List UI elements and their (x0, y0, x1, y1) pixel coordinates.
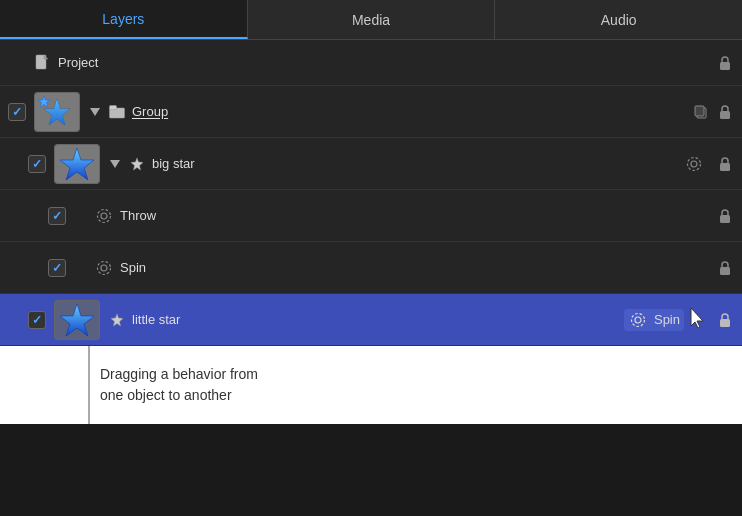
svg-marker-2 (38, 96, 50, 107)
list-item[interactable]: Throw (0, 190, 742, 242)
group-icon (108, 103, 126, 121)
tab-layers-label: Layers (102, 11, 144, 27)
spin-right-icons (716, 259, 734, 277)
spin-label: Spin (120, 260, 716, 275)
svg-point-23 (635, 317, 641, 323)
tab-layers[interactable]: Layers (0, 0, 248, 39)
dragged-spin-gear-icon (628, 310, 648, 330)
littlestar-label: little star (132, 312, 624, 327)
throw-gear-icon (94, 206, 114, 226)
group-expand[interactable] (88, 105, 102, 119)
svg-point-19 (98, 261, 111, 274)
tab-audio-label: Audio (601, 12, 637, 28)
lock-icon (716, 54, 734, 72)
svg-rect-8 (695, 106, 704, 116)
bigstar-expand[interactable] (108, 157, 122, 171)
svg-rect-6 (110, 105, 117, 109)
svg-marker-25 (691, 308, 703, 328)
svg-point-12 (691, 161, 697, 167)
spin-gear-icon (94, 258, 114, 278)
layers-panel: Project (0, 40, 742, 346)
spin-checkbox[interactable] (48, 259, 66, 277)
project-label: Project (58, 55, 716, 70)
lock-icon (716, 311, 734, 329)
bigstar-label: big star (152, 156, 684, 171)
caption-line1: Dragging a behavior from (100, 366, 258, 382)
caption-line2: one object to another (100, 387, 232, 403)
tab-bar: Layers Media Audio (0, 0, 742, 40)
group-right-icons (692, 103, 734, 121)
tab-media-label: Media (352, 12, 390, 28)
bigstar-thumbnail (54, 144, 100, 184)
svg-marker-21 (60, 304, 94, 336)
lock-icon (716, 207, 734, 225)
svg-marker-22 (111, 314, 123, 326)
svg-point-18 (101, 265, 107, 271)
cursor-icon (688, 306, 708, 334)
svg-rect-1 (720, 62, 730, 70)
bigstar-checkbox[interactable] (28, 155, 46, 173)
list-item[interactable]: big star (0, 138, 742, 190)
lock-icon (716, 259, 734, 277)
throw-checkbox[interactable] (48, 207, 66, 225)
list-item[interactable]: little star Spin (0, 294, 742, 346)
svg-point-24 (631, 313, 644, 326)
svg-rect-9 (720, 111, 730, 119)
littlestar-checkbox[interactable] (28, 311, 46, 329)
svg-rect-20 (720, 267, 730, 275)
svg-point-16 (98, 209, 111, 222)
svg-point-15 (101, 213, 107, 219)
behavior-gear-icon (684, 154, 704, 174)
caption-text: Dragging a behavior from one object to a… (100, 364, 712, 406)
list-item[interactable]: Spin (0, 242, 742, 294)
lock-icon (716, 103, 734, 121)
svg-rect-17 (720, 215, 730, 223)
bigstar-right-icons (684, 154, 734, 174)
lock-icon (716, 155, 734, 173)
tab-media[interactable]: Media (248, 0, 496, 39)
list-item[interactable]: Project (0, 40, 742, 86)
layer-icon (128, 155, 146, 173)
group-checkbox[interactable] (8, 103, 26, 121)
project-right-icons (716, 54, 734, 72)
throw-right-icons (716, 207, 734, 225)
document-icon (34, 54, 52, 72)
list-item[interactable]: Group (0, 86, 742, 138)
caption-vertical-line (88, 346, 90, 424)
dragged-spin-label: Spin (654, 312, 680, 327)
littlestar-right-icons (716, 311, 734, 329)
group-thumbnail (34, 92, 80, 132)
duplicate-icon (692, 103, 710, 121)
svg-point-13 (688, 157, 701, 170)
svg-rect-26 (720, 319, 730, 327)
caption-container: Dragging a behavior from one object to a… (0, 346, 742, 424)
dragged-behavior: Spin (624, 309, 684, 331)
svg-marker-10 (60, 148, 94, 180)
throw-label: Throw (120, 208, 716, 223)
littlestar-layer-icon (108, 311, 126, 329)
group-label: Group (132, 104, 692, 119)
littlestar-thumbnail (54, 300, 100, 340)
tab-audio[interactable]: Audio (495, 0, 742, 39)
svg-rect-14 (720, 163, 730, 171)
svg-marker-11 (131, 158, 143, 170)
